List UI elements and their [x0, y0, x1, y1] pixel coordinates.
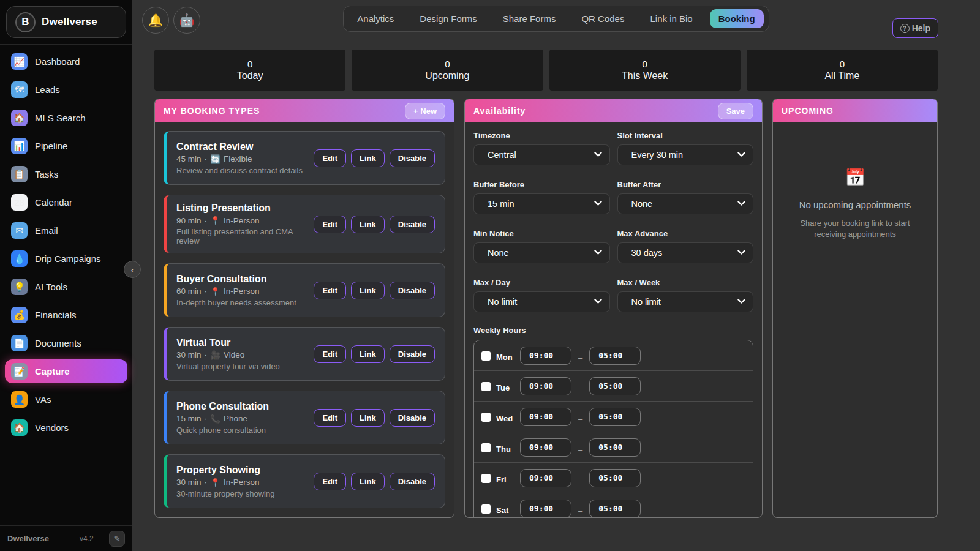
stat-label: This Week: [622, 70, 668, 81]
edit-button[interactable]: Edit: [314, 216, 346, 233]
sidebar-item-financials[interactable]: 💰 Financials: [5, 303, 127, 327]
tab-qr-codes[interactable]: QR Codes: [573, 9, 633, 28]
link-button[interactable]: Link: [351, 473, 385, 490]
disable-button[interactable]: Disable: [390, 473, 435, 490]
sidebar-item-mls-search[interactable]: 🏠 MLS Search: [5, 106, 127, 130]
booking-type-name: Buyer Consultation: [176, 274, 296, 285]
day-label: Wed: [496, 414, 514, 423]
field-select[interactable]: Central: [473, 144, 610, 165]
sidebar-item-documents[interactable]: 📄 Documents: [5, 331, 127, 355]
sidebar-footer: Dwellverse v4.2 ✎: [0, 525, 132, 551]
sidebar-item-vendors[interactable]: 🏠 Vendors: [5, 416, 127, 440]
sidebar-item-tasks[interactable]: 📋 Tasks: [5, 162, 127, 186]
day-label: Sat: [496, 506, 514, 515]
day-checkbox[interactable]: [481, 351, 491, 361]
sidebar-collapse-button[interactable]: ‹: [124, 261, 141, 278]
booking-type-card-property-showing: Property Showing 30 min · 📍 In-Person 30…: [164, 454, 445, 508]
booking-type-card-phone-consultation: Phone Consultation 15 min · 📞 Phone Quic…: [164, 391, 445, 444]
sidebar-item-ai-tools[interactable]: 💡 AI Tools: [5, 275, 127, 299]
link-button[interactable]: Link: [351, 216, 385, 233]
booking-type-card-contract-review: Contract Review 45 min · 🔄 Flexible Revi…: [164, 131, 445, 185]
weekly-hours-label: Weekly Hours: [473, 326, 753, 335]
edit-button[interactable]: Edit: [314, 473, 346, 490]
disable-button[interactable]: Disable: [390, 345, 435, 363]
sidebar-item-capture[interactable]: 📝 Capture: [5, 359, 127, 383]
edit-button[interactable]: Edit: [314, 409, 346, 427]
brand-logo[interactable]: B Dwellverse: [6, 6, 126, 38]
link-button[interactable]: Link: [351, 409, 385, 427]
sidebar-item-email[interactable]: ✉ Email: [5, 219, 127, 242]
save-button[interactable]: Save: [718, 103, 753, 119]
sidebar-item-leads[interactable]: 🗺 Leads: [5, 78, 127, 102]
edit-icon[interactable]: ✎: [109, 531, 125, 547]
field-select[interactable]: None: [473, 242, 610, 263]
field-select[interactable]: No limit: [617, 291, 754, 312]
sidebar-item-icon: 💡: [11, 279, 28, 295]
sidebar-item-drip-campaigns[interactable]: 💧 Drip Campaigns: [5, 247, 127, 271]
field-select[interactable]: Every 30 min: [617, 144, 754, 165]
end-time-input[interactable]: [589, 438, 641, 457]
field-select[interactable]: None: [617, 193, 754, 214]
end-time-input[interactable]: [589, 408, 641, 426]
disable-button[interactable]: Disable: [390, 409, 435, 427]
availability-field-min-notice: Min Notice None: [473, 229, 610, 263]
sidebar-nav: 📈 Dashboard 🗺 Leads 🏠 MLS Search 📊 Pipel…: [0, 50, 132, 440]
tab-booking[interactable]: Booking: [710, 9, 764, 28]
start-time-input[interactable]: [520, 469, 571, 487]
sidebar-item-vas[interactable]: 👤 VAs: [5, 388, 127, 411]
start-time-input[interactable]: [520, 377, 571, 395]
start-time-input[interactable]: [520, 500, 571, 518]
stat-card-today: 0 Today: [154, 50, 345, 91]
top-tab-bar: Analytics Design Forms Share Forms QR Co…: [343, 6, 769, 32]
tab-link-in-bio[interactable]: Link in Bio: [641, 9, 701, 28]
meta-separator: ·: [205, 478, 208, 487]
day-checkbox[interactable]: [481, 504, 491, 514]
edit-button[interactable]: Edit: [314, 282, 346, 299]
help-button[interactable]: ? Help: [892, 18, 938, 38]
link-button[interactable]: Link: [351, 149, 385, 167]
footer-version: v4.2: [80, 534, 104, 543]
stat-label: Upcoming: [425, 70, 469, 81]
start-time-input[interactable]: [520, 408, 571, 426]
end-time-input[interactable]: [589, 347, 641, 365]
sidebar-item-calendar[interactable]: 28 Calendar: [5, 190, 127, 214]
edit-button[interactable]: Edit: [314, 149, 346, 167]
stats-row: 0 Today 0 Upcoming 0 This Week 0 All Tim…: [154, 50, 938, 91]
sidebar-item-label: Leads: [35, 84, 60, 95]
tab-design-forms[interactable]: Design Forms: [411, 9, 485, 28]
sidebar-item-label: Capture: [35, 366, 70, 377]
new-booking-type-button[interactable]: + New: [405, 103, 445, 119]
sidebar-item-pipeline[interactable]: 📊 Pipeline: [5, 134, 127, 158]
field-select[interactable]: 30 days: [617, 242, 754, 263]
day-checkbox[interactable]: [481, 413, 491, 422]
field-select[interactable]: 15 min: [473, 193, 610, 214]
availability-fields: Timezone Central Slot Interval: [473, 131, 753, 312]
chevron-down-icon: [737, 298, 745, 306]
field-select[interactable]: No limit: [473, 291, 610, 312]
link-button[interactable]: Link: [351, 345, 385, 363]
weekly-hours-table: Mon – Tue –: [473, 340, 753, 517]
edit-button[interactable]: Edit: [314, 345, 346, 363]
notifications-button[interactable]: 🔔: [142, 7, 169, 34]
link-button[interactable]: Link: [351, 282, 385, 299]
day-checkbox[interactable]: [481, 382, 491, 391]
end-time-input[interactable]: [589, 500, 641, 518]
stat-card-all-time: 0 All Time: [747, 50, 938, 91]
start-time-input[interactable]: [520, 347, 571, 365]
tab-analytics[interactable]: Analytics: [349, 9, 402, 28]
disable-button[interactable]: Disable: [390, 149, 435, 167]
booking-type-card-buyer-consultation: Buyer Consultation 60 min · 📍 In-Person …: [164, 263, 445, 317]
day-checkbox[interactable]: [481, 443, 491, 452]
chevron-down-icon: [594, 200, 602, 208]
disable-button[interactable]: Disable: [390, 216, 435, 233]
end-time-input[interactable]: [589, 469, 641, 487]
disable-button[interactable]: Disable: [390, 282, 435, 299]
sidebar-item-dashboard[interactable]: 📈 Dashboard: [5, 50, 127, 73]
start-time-input[interactable]: [520, 438, 571, 457]
sidebar-item-icon: 💰: [11, 307, 28, 323]
assistant-button[interactable]: 🤖: [173, 7, 200, 34]
tab-share-forms[interactable]: Share Forms: [494, 9, 565, 28]
day-checkbox[interactable]: [481, 474, 491, 483]
end-time-input[interactable]: [589, 377, 641, 395]
availability-field-timezone: Timezone Central: [473, 131, 610, 165]
